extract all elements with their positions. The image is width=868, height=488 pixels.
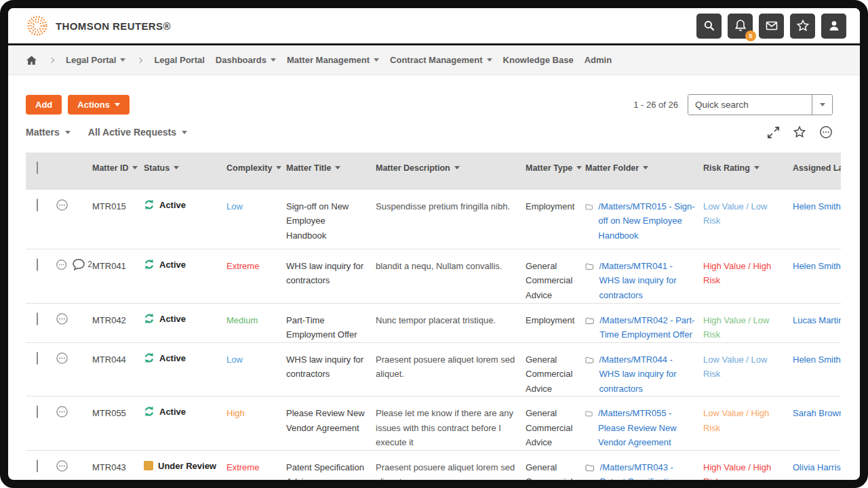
complexity: Medium <box>226 304 286 342</box>
column-header-matter-title[interactable]: Matter Title <box>286 152 376 190</box>
nav-item-dashboards[interactable]: Dashboards <box>216 55 276 65</box>
column-header-assigned-lawyer[interactable]: Assigned Lawyer <box>793 152 841 190</box>
view-toolbar: Matters All Active Requests <box>26 125 860 139</box>
caret-down-icon <box>182 131 187 134</box>
thomson-reuters-kinesis-icon <box>26 14 49 37</box>
column-label: Matter Description <box>376 163 450 173</box>
risk-rating: High Value / Low Risk <box>703 304 793 342</box>
comment-bubble-icon <box>72 258 85 271</box>
matter-type: Employment <box>526 304 585 342</box>
row-actions-icon[interactable] <box>56 199 68 211</box>
search-button[interactable] <box>696 14 722 39</box>
matter-folder-link[interactable]: /Matters/MTR044 - WHS law inquiry for co… <box>599 352 695 396</box>
matter-title: WHS law inquiry for contractors <box>286 249 376 303</box>
caret-down-icon <box>132 166 138 169</box>
add-button[interactable]: Add <box>26 95 62 115</box>
matter-type: General Commercial Advice <box>526 343 585 396</box>
column-header-status[interactable]: Status <box>144 152 226 190</box>
notifications-button[interactable]: 5 <box>728 14 753 39</box>
status-label: Active <box>159 259 186 271</box>
record-range: 1 - 26 of 26 <box>633 100 678 110</box>
column-header-risk-rating[interactable]: Risk Rating <box>703 152 793 190</box>
breadcrumb-separator-icon <box>49 57 54 62</box>
column-header-matter-type[interactable]: Matter Type <box>526 152 585 190</box>
breadcrumb-legal-portal[interactable]: Legal Portal <box>66 55 125 65</box>
complexity: Extreme <box>226 249 286 303</box>
bell-icon <box>734 19 747 33</box>
matter-folder-link[interactable]: /Matters/MTR015 - Sign-off on New Employ… <box>598 199 695 249</box>
active-status-icon <box>144 313 155 324</box>
row-checkbox[interactable] <box>37 199 38 211</box>
column-header-matter-description[interactable]: Matter Description <box>376 152 526 190</box>
row-checkbox[interactable] <box>37 258 38 271</box>
nav-item-matter-management[interactable]: Matter Management <box>287 55 379 65</box>
row-actions-icon[interactable] <box>56 258 67 271</box>
assigned-lawyer-link[interactable]: Olivia Harris <box>793 451 841 488</box>
matter-type: General Commercial Advice <box>526 249 585 303</box>
status-label: Active <box>159 406 186 418</box>
column-label: Status <box>144 163 170 173</box>
table-row: MTR043 Under Review Extreme Patent Speci… <box>26 451 841 488</box>
column-label: Matter ID <box>92 163 128 173</box>
matter-title: Part-Time Employment Offer <box>286 304 376 342</box>
grid-options-button[interactable] <box>819 125 833 139</box>
entity-label: Matters <box>26 127 60 138</box>
matter-description: Please let me know if there are any issu… <box>376 396 526 449</box>
favorites-button[interactable] <box>790 14 815 39</box>
messages-button[interactable] <box>759 14 784 39</box>
actions-button[interactable]: Actions <box>68 95 130 115</box>
row-actions-icon[interactable] <box>56 460 68 472</box>
caret-down-icon <box>754 166 760 169</box>
row-actions-icon[interactable] <box>56 312 68 325</box>
assigned-lawyer-link[interactable]: Helen Smith <box>793 343 841 396</box>
breadcrumb-separator-icon <box>137 57 142 62</box>
home-button[interactable] <box>26 55 37 66</box>
entity-selector[interactable]: Matters <box>26 127 71 138</box>
nav-item-legal-portal[interactable]: Legal Portal <box>154 55 204 65</box>
complexity: Low <box>226 343 286 396</box>
assigned-lawyer-link[interactable]: Lucas Martinez <box>793 304 841 342</box>
nav-item-admin[interactable]: Admin <box>585 55 612 65</box>
column-header-matter-folder[interactable]: Matter Folder <box>585 152 703 190</box>
assigned-lawyer-link[interactable]: Helen Smith <box>793 249 841 303</box>
matter-folder-link[interactable]: /Matters/MTR055 - Please Review New Vend… <box>598 406 695 449</box>
column-header-matter-id[interactable]: Matter ID <box>92 152 144 190</box>
quick-search-dropdown-button[interactable] <box>812 95 832 115</box>
active-status-icon <box>144 352 155 363</box>
matter-folder-link[interactable]: /Matters/MTR042 - Part-Time Employment O… <box>599 313 695 342</box>
risk-rating: Low Value / Low Risk <box>703 190 793 249</box>
view-filter-selector[interactable]: All Active Requests <box>88 127 187 138</box>
notification-badge: 5 <box>745 30 756 41</box>
caret-down-icon <box>576 166 582 169</box>
row-actions-icon[interactable] <box>56 352 68 365</box>
matter-id: MTR044 <box>92 343 144 396</box>
row-checkbox[interactable] <box>37 460 38 472</box>
risk-rating: Low Value / High Risk <box>703 396 793 449</box>
assigned-lawyer-link[interactable]: Helen Smith <box>793 190 841 249</box>
favorite-view-button[interactable] <box>793 125 806 139</box>
row-checkbox[interactable] <box>37 352 38 365</box>
expand-grid-button[interactable] <box>767 126 780 139</box>
nav-item-contract-management[interactable]: Contract Management <box>390 55 492 65</box>
star-icon <box>796 19 810 33</box>
breadcrumb-label: Legal Portal <box>66 55 116 65</box>
account-button[interactable] <box>821 14 846 39</box>
matter-folder-link[interactable]: /Matters/MTR041 - WHS law inquiry for co… <box>599 259 695 303</box>
select-all-checkbox[interactable] <box>37 161 38 174</box>
folder-icon <box>585 406 593 421</box>
column-header-complexity[interactable]: Complexity <box>226 152 286 190</box>
comments-indicator[interactable]: 2 <box>72 258 92 271</box>
row-checkbox[interactable] <box>37 312 38 325</box>
row-actions-icon[interactable] <box>56 405 68 418</box>
row-checkbox[interactable] <box>37 405 38 418</box>
topbar-actions: 5 <box>696 14 846 39</box>
nav-item-knowledge-base[interactable]: Knowledge Base <box>503 55 574 65</box>
nav-label: Legal Portal <box>154 55 204 65</box>
nav-label: Contract Management <box>390 55 483 65</box>
status-label: Active <box>159 352 186 365</box>
matter-folder-link[interactable]: /Matters/MTR043 - Patent Specification A… <box>600 460 695 488</box>
nav-label: Dashboards <box>216 55 267 65</box>
toolbar: Add Actions 1 - 26 of 26 <box>26 94 860 115</box>
assigned-lawyer-link[interactable]: Sarah Brown <box>793 396 841 449</box>
quick-search-input[interactable] <box>688 95 812 115</box>
